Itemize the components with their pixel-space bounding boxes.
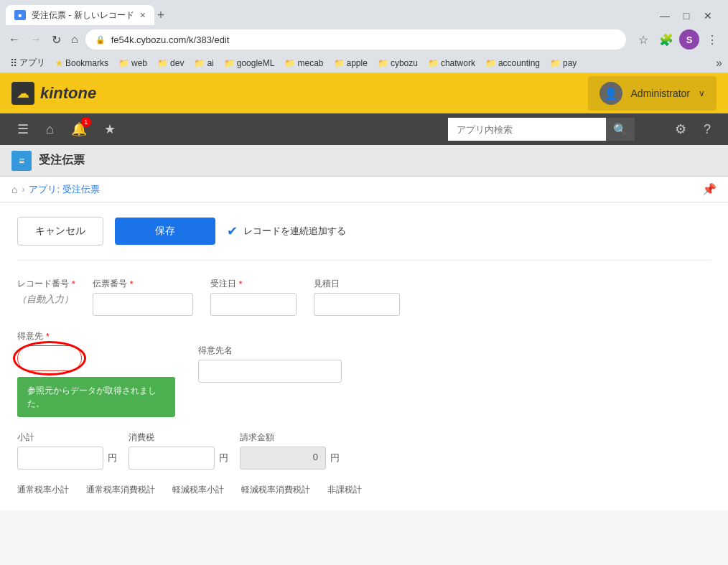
tokui-section: 得意先 * 100 参照元からデータが取得されました。 — [17, 330, 711, 417]
check-icon: ✔ — [227, 223, 238, 239]
user-avatar: 👤 — [599, 82, 622, 105]
reduced-tax-subtotal-field: 軽減税率小計 — [172, 484, 224, 496]
tax-input[interactable] — [129, 447, 215, 470]
bookmark-chatwork-label: chatwork — [441, 58, 475, 68]
slip-number-input[interactable] — [93, 293, 193, 316]
required-star: * — [72, 279, 75, 289]
notification-wrapper: 🔔 1 — [65, 118, 93, 140]
form-area: キャンセル 保存 ✔ レコードを連続追加する レコード番号 * （自動入力） 伝… — [0, 202, 728, 510]
home-button[interactable]: ⌂ — [68, 32, 81, 47]
breadcrumb: ⌂ › アプリ: 受注伝票 📌 — [0, 177, 728, 202]
folder-pay-icon: 📁 — [550, 58, 561, 68]
subtotal-input-row: 円 — [17, 447, 117, 470]
apps-icon: ⠿ — [10, 57, 17, 69]
browser-tab[interactable]: ■ 受注伝票 - 新しいレコード × — [6, 5, 154, 25]
reduced-tax-label: 軽減税率消費税計 — [241, 484, 310, 496]
star-icon: ★ — [55, 58, 63, 68]
bookmark-web[interactable]: 📁 web — [114, 57, 151, 70]
bookmark-googleml[interactable]: 📁 googleML — [220, 57, 279, 70]
window-maximize-button[interactable]: □ — [678, 10, 695, 22]
estimate-date-input[interactable] — [314, 293, 400, 316]
bookmark-ai[interactable]: 📁 ai — [190, 57, 218, 70]
bookmark-star-button[interactable]: ☆ — [633, 29, 653, 50]
breadcrumb-separator: › — [22, 185, 24, 195]
folder-chatwork-icon: 📁 — [428, 58, 439, 68]
window-close-button[interactable]: ✕ — [699, 10, 717, 22]
more-button[interactable]: ⋮ — [702, 29, 722, 50]
kintone-logo: ☁ kintone — [11, 82, 96, 105]
tax-field: 消費税 円 — [129, 431, 228, 470]
kintone-nav: ☰ ⌂ 🔔 1 ★ 🔍 ⚙ ? — [0, 113, 728, 145]
consecutive-add[interactable]: ✔ レコードを連続追加する — [227, 223, 346, 239]
normal-tax-field: 通常税率消費税計 — [86, 484, 155, 496]
total-unit: 円 — [330, 452, 340, 464]
hamburger-menu-button[interactable]: ☰ — [11, 118, 34, 140]
bookmark-cybozu[interactable]: 📁 cybozu — [373, 57, 422, 70]
tax-unit: 円 — [219, 452, 228, 464]
search-input[interactable] — [448, 118, 606, 141]
bookmark-apps-label: アプリ — [19, 57, 45, 69]
pin-icon[interactable]: 📌 — [702, 182, 717, 196]
search-button[interactable]: 🔍 — [606, 118, 635, 141]
tokui-controls: 100 — [17, 345, 175, 371]
notification-badge: 1 — [81, 117, 91, 127]
settings-button[interactable]: ⚙ — [669, 118, 692, 140]
back-button[interactable]: ← — [6, 32, 23, 47]
customer-id-input[interactable]: 100 — [17, 345, 82, 371]
cancel-button[interactable]: キャンセル — [17, 217, 103, 246]
normal-tax-subtotal-label: 通常税率小計 — [17, 484, 69, 496]
breadcrumb-home-icon[interactable]: ⌂ — [11, 184, 17, 195]
kintone-header: ☁ kintone 👤 Administrator ∨ — [0, 73, 728, 113]
customer-name-label: 得意先名 — [198, 345, 342, 357]
bookmark-bookmarks-label: Bookmarks — [65, 58, 108, 68]
total-display: 0 — [240, 447, 326, 470]
subtotal-section: 小計 円 消費税 円 請求金額 — [17, 431, 711, 470]
subtotal-label: 小計 — [17, 431, 117, 444]
folder-apple-icon: 📁 — [334, 58, 345, 68]
bookmarks-more-icon[interactable]: » — [716, 57, 722, 70]
tab-title: 受注伝票 - 新しいレコード — [32, 9, 134, 22]
forward-button[interactable]: → — [27, 32, 45, 47]
tax-label: 消費税 — [129, 431, 228, 444]
form-actions: キャンセル 保存 ✔ レコードを連続追加する — [17, 217, 711, 261]
bookmark-apple[interactable]: 📁 apple — [330, 57, 372, 70]
order-date-input[interactable] — [210, 293, 297, 316]
bookmark-googleml-label: googleML — [237, 58, 275, 68]
favorites-button[interactable]: ★ — [98, 118, 121, 140]
profile-button[interactable]: S — [679, 29, 699, 50]
save-button[interactable]: 保存 — [115, 218, 215, 245]
bookmark-pay[interactable]: 📁 pay — [546, 57, 581, 70]
success-banner: 参照元からデータが取得されました。 — [17, 377, 175, 417]
subtotal-field: 小計 円 — [17, 431, 117, 470]
reload-button[interactable]: ↻ — [49, 32, 64, 48]
help-button[interactable]: ? — [698, 119, 717, 140]
customer-required: * — [46, 332, 50, 342]
slip-number-label: 伝票番号 * — [93, 278, 193, 290]
extensions-button[interactable]: 🧩 — [656, 29, 676, 50]
tab-close-icon[interactable]: × — [140, 9, 146, 21]
tab-icon: ■ — [14, 10, 26, 20]
customer-name-input[interactable]: 株式会社ABC — [198, 360, 342, 383]
subtotal-input[interactable] — [17, 447, 103, 470]
tax-input-row: 円 — [129, 447, 228, 470]
bookmark-apps[interactable]: ⠿ アプリ — [6, 55, 50, 70]
user-menu[interactable]: 👤 Administrator ∨ — [588, 76, 717, 111]
bookmark-dev[interactable]: 📁 dev — [153, 57, 188, 70]
record-number-auto: （自動入力） — [17, 293, 75, 306]
window-minimize-button[interactable]: — — [656, 10, 673, 22]
home-nav-button[interactable]: ⌂ — [40, 119, 60, 140]
new-tab-button[interactable]: + — [157, 8, 165, 23]
folder-cybozu-icon: 📁 — [378, 58, 388, 68]
bookmark-mecab[interactable]: 📁 mecab — [280, 57, 327, 70]
bookmark-bookmarks[interactable]: ★ Bookmarks — [51, 57, 113, 70]
bookmark-accounting[interactable]: 📁 accounting — [481, 57, 544, 70]
app-title: 受注伝票 — [39, 153, 85, 168]
bookmark-mecab-label: mecab — [297, 58, 323, 68]
app-header-icon: ≡ — [11, 151, 32, 171]
consecutive-add-label: レコードを連続追加する — [243, 225, 346, 238]
bookmark-chatwork[interactable]: 📁 chatwork — [424, 57, 480, 70]
user-dropdown-icon[interactable]: ∨ — [699, 88, 705, 98]
breadcrumb-link[interactable]: アプリ: 受注伝票 — [29, 183, 99, 196]
customer-id-field: 得意先 * 100 参照元からデータが取得されました。 — [17, 330, 175, 417]
total-label: 請求金額 — [240, 431, 340, 444]
